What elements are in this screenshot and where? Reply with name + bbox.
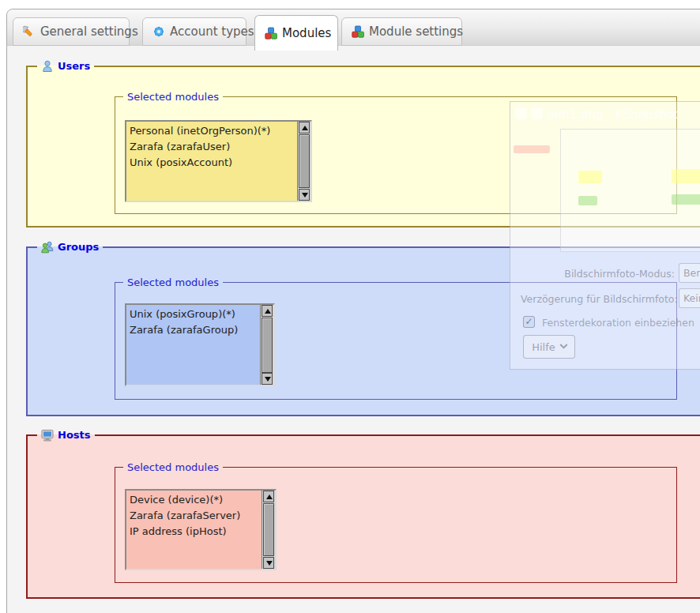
scroll-down-button[interactable] [263,557,274,569]
users-modules-options: Personal (inetOrgPerson)(*) Zarafa (zara… [126,123,297,201]
host-icon [41,429,54,442]
list-option[interactable]: Zarafa (zarafaServer) [126,508,262,524]
scroll-up-button[interactable] [262,305,273,317]
hosts-selected-modules-label: Selected modules [127,461,219,473]
modules-icon [265,27,277,39]
tab-account-types[interactable]: Account types [142,17,247,46]
lam-configuration-page: General settings Account types Modules M… [0,0,700,613]
tab-label: Modules [282,26,331,40]
arrow-down-icon [266,561,273,566]
arrow-up-icon [266,495,273,499]
tab-general-settings[interactable]: General settings [13,17,130,46]
tab-label: General settings [40,24,138,39]
arrow-up-icon [302,126,308,130]
scroll-down-button[interactable] [299,189,310,201]
group-icon [41,241,54,254]
list-option[interactable]: Device (device)(*) [126,492,262,508]
list-option[interactable]: IP address (ipHost) [126,524,262,540]
scrollbar[interactable] [297,122,310,201]
groups-modules-options: Unix (posixGroup)(*) Zarafa (zarafaGroup… [126,306,260,385]
scroll-up-button[interactable] [263,491,274,502]
scroll-up-button[interactable] [299,122,310,134]
scrollbar-thumb[interactable] [299,134,310,188]
groups-selected-modules-label: Selected modules [127,276,219,288]
tab-modules[interactable]: Modules [254,15,338,51]
users-modules-listbox[interactable]: Personal (inetOrgPerson)(*) Zarafa (zara… [125,120,312,202]
list-option[interactable]: Zarafa (zarafaGroup) [126,322,260,338]
scrollbar-thumb[interactable] [262,318,273,373]
scroll-down-button[interactable] [262,373,273,385]
users-legend-label: Users [58,60,90,73]
groups-legend: Groups [37,241,103,254]
tab-label: Module settings [369,24,463,39]
scrollbar[interactable] [262,491,275,569]
arrow-down-icon [302,193,308,197]
list-option[interactable]: Zarafa (zarafaUser) [126,139,297,155]
tab-label: Account types [170,24,254,39]
arrow-down-icon [265,377,271,382]
users-legend: Users [37,60,94,73]
list-option[interactable]: Unix (posixGroup)(*) [126,306,260,322]
gear-icon [152,25,165,38]
wrench-icon [23,25,36,38]
arrow-up-icon [265,309,271,314]
users-selected-modules-label: Selected modules [127,91,219,103]
groups-modules-listbox[interactable]: Unix (posixGroup)(*) Zarafa (zarafaGroup… [125,303,275,386]
hosts-legend: Hosts [37,429,95,442]
list-option[interactable]: Personal (inetOrgPerson)(*) [126,123,297,139]
hosts-legend-label: Hosts [58,429,91,442]
list-option[interactable]: Unix (posixAccount) [126,155,297,171]
hosts-modules-options: Device (device)(*) Zarafa (zarafaServer)… [126,492,262,569]
hosts-modules-listbox[interactable]: Device (device)(*) Zarafa (zarafaServer)… [125,489,277,570]
groups-legend-label: Groups [58,241,99,254]
scrollbar-thumb[interactable] [263,503,274,556]
tab-module-settings[interactable]: Module settings [341,17,462,46]
scrollbar[interactable] [260,305,273,385]
modules-icon [352,25,364,38]
user-icon [41,60,54,73]
